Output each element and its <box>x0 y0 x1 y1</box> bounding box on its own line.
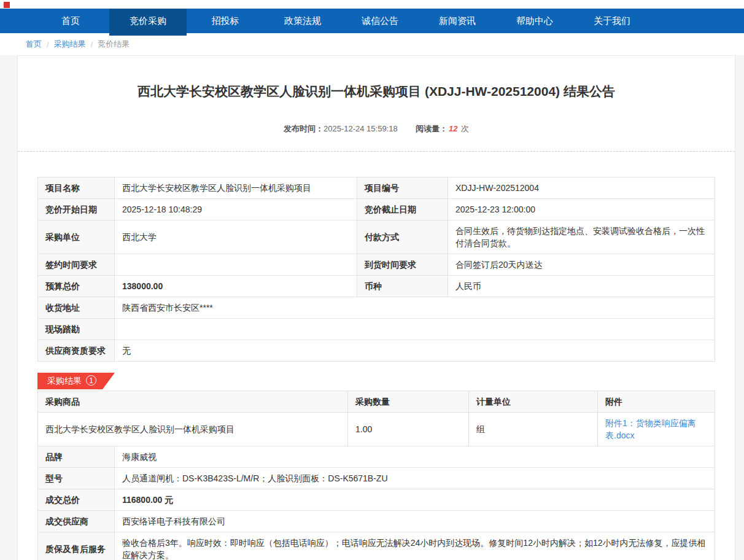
info-label: 到货时间要求 <box>357 254 448 276</box>
nav-item-bidding-purchase[interactable]: 竞价采购 <box>109 9 187 36</box>
main-content: 西北大学长安校区教学区人脸识别一体机采购项目 (XDJJ-HW-20251200… <box>0 55 744 560</box>
table-row: 签约时间要求 到货时间要求 合同签订后20天内送达 <box>38 254 715 276</box>
info-label: 项目名称 <box>38 177 115 199</box>
info-label: 项目编号 <box>357 177 448 199</box>
table-row: 供应商资质要求 无 <box>38 340 715 362</box>
table-header-row: 采购商品 采购数量 计量单位 附件 <box>38 391 715 413</box>
nav-item-integrity-notices[interactable]: 诚信公告 <box>341 9 419 33</box>
info-value <box>115 254 357 276</box>
breadcrumb-section-link[interactable]: 采购结果 <box>54 39 86 50</box>
info-value: 合同签订后20天内送达 <box>448 254 715 276</box>
commodity-table: 采购商品 采购数量 计量单位 附件 西北大学长安校区教学区人脸识别一体机采购项目… <box>37 391 715 446</box>
breadcrumb-home-link[interactable]: 首页 <box>26 39 42 50</box>
purchase-result-badge: 采购结果1 <box>37 373 115 389</box>
column-header: 计量单位 <box>469 391 598 413</box>
main-nav: 首页 竞价采购 招投标 政策法规 诚信公告 新闻资讯 帮助中心 关于我们 <box>0 9 744 33</box>
breadcrumb-current: 竞价结果 <box>98 39 130 50</box>
table-row: 成交总价 116800.00 元 <box>38 489 715 511</box>
breadcrumb-separator: / <box>47 40 49 49</box>
badge-row: 采购结果1 <box>37 373 715 389</box>
table-row: 项目名称 西北大学长安校区教学区人脸识别一体机采购项目 项目编号 XDJJ-HW… <box>38 177 715 199</box>
detail-label: 成交供应商 <box>38 511 115 532</box>
info-value <box>115 319 715 340</box>
column-header: 采购商品 <box>38 391 348 413</box>
info-label: 采购单位 <box>38 220 115 254</box>
commodity-quantity: 1.00 <box>348 413 469 446</box>
dashed-divider <box>18 151 735 152</box>
tables-area: 项目名称 西北大学长安校区教学区人脸识别一体机采购项目 项目编号 XDJJ-HW… <box>18 177 735 560</box>
column-header: 采购数量 <box>348 391 469 413</box>
info-value: 西北大学 <box>115 220 357 254</box>
top-strip <box>0 0 744 9</box>
column-header: 附件 <box>598 391 715 413</box>
purchase-result-count: 1 <box>86 375 96 386</box>
purchase-result-badge-label: 采购结果 <box>47 376 82 386</box>
commodity-unit: 组 <box>469 413 598 446</box>
views-unit: 次 <box>461 124 469 133</box>
site-logo-mark <box>4 2 10 8</box>
info-label: 供应商资质要求 <box>38 340 115 362</box>
info-label: 现场踏勘 <box>38 319 115 340</box>
detail-label: 型号 <box>38 468 115 489</box>
table-row: 西北大学长安校区教学区人脸识别一体机采购项目 1.00 组 附件1：货物类响应偏… <box>38 413 715 446</box>
detail-label: 品牌 <box>38 446 115 468</box>
info-label: 收货地址 <box>38 297 115 319</box>
nav-item-policies[interactable]: 政策法规 <box>264 9 341 33</box>
info-label: 竞价开始日期 <box>38 199 115 220</box>
table-row: 竞价开始日期 2025-12-18 10:48:29 竞价截止日期 2025-1… <box>38 199 715 220</box>
warranty-value: 验收合格后3年。响应时效：即时响应（包括电话响应）；电话响应无法解决24小时内到… <box>115 532 715 560</box>
breadcrumb-separator: / <box>91 40 93 49</box>
info-label: 签约时间要求 <box>38 254 115 276</box>
table-row: 品牌 海康威视 <box>38 446 715 468</box>
info-label: 币种 <box>357 276 448 297</box>
table-row: 现场踏勘 <box>38 319 715 340</box>
table-row: 成交供应商 西安络译电子科技有限公司 <box>38 511 715 532</box>
info-value: 2025-12-23 12:00:00 <box>448 199 715 220</box>
views-label: 阅读量： <box>416 124 448 133</box>
info-value: 陕西省西安市长安区**** <box>115 297 715 319</box>
table-row: 采购单位 西北大学 付款方式 合同生效后，待货物到达指定地点、安装调试验收合格后… <box>38 220 715 254</box>
info-label: 付款方式 <box>357 220 448 254</box>
title-block: 西北大学长安校区教学区人脸识别一体机采购项目 (XDJJ-HW-20251200… <box>18 56 735 152</box>
deal-total-price-value: 116800.00 元 <box>115 489 715 511</box>
table-row: 型号 人员通道闸机：DS-K3B423S-L/M/R；人脸识别面板：DS-K56… <box>38 468 715 489</box>
views-count: 12 <box>449 124 457 133</box>
announcement-card: 西北大学长安校区教学区人脸识别一体机采购项目 (XDJJ-HW-20251200… <box>17 55 735 560</box>
nav-item-tenders[interactable]: 招投标 <box>187 9 264 33</box>
supplier-value: 西安络译电子科技有限公司 <box>115 511 715 532</box>
publish-meta: 发布时间：2025-12-24 15:59:18 阅读量：12 次 <box>18 123 735 134</box>
attachment-link[interactable]: 附件1：货物类响应偏离表.docx <box>605 417 707 441</box>
info-value: 西北大学长安校区教学区人脸识别一体机采购项目 <box>115 177 357 199</box>
breadcrumb: 首页 / 采购结果 / 竞价结果 <box>0 33 744 55</box>
info-value: 2025-12-18 10:48:29 <box>115 199 357 220</box>
info-value: 合同生效后，待货物到达指定地点、安装调试验收合格后，一次性付清合同货款。 <box>448 220 715 254</box>
detail-label: 成交总价 <box>38 489 115 511</box>
publish-time-label: 发布时间： <box>284 124 324 133</box>
detail-label: 质保及售后服务 <box>38 532 115 560</box>
page-title: 西北大学长安校区教学区人脸识别一体机采购项目 (XDJJ-HW-20251200… <box>18 83 735 100</box>
nav-item-help-center[interactable]: 帮助中心 <box>496 9 573 33</box>
nav-item-about-us[interactable]: 关于我们 <box>573 9 651 33</box>
budget-total-value: 138000.00 <box>115 276 357 297</box>
info-value: 无 <box>115 340 715 362</box>
info-value: XDJJ-HW-202512004 <box>448 177 715 199</box>
publish-time-value: 2025-12-24 15:59:18 <box>324 124 398 133</box>
info-label: 预算总价 <box>38 276 115 297</box>
result-detail-table: 品牌 海康威视 型号 人员通道闸机：DS-K3B423S-L/M/R；人脸识别面… <box>37 446 715 560</box>
commodity-name: 西北大学长安校区教学区人脸识别一体机采购项目 <box>38 413 348 446</box>
info-value: 人民币 <box>448 276 715 297</box>
table-row: 收货地址 陕西省西安市长安区**** <box>38 297 715 319</box>
info-label: 竞价截止日期 <box>357 199 448 220</box>
table-row: 预算总价 138000.00 币种 人民币 <box>38 276 715 297</box>
table-row: 质保及售后服务 验收合格后3年。响应时效：即时响应（包括电话响应）；电话响应无法… <box>38 532 715 560</box>
project-info-table: 项目名称 西北大学长安校区教学区人脸识别一体机采购项目 项目编号 XDJJ-HW… <box>37 177 715 362</box>
model-value: 人员通道闸机：DS-K3B423S-L/M/R；人脸识别面板：DS-K5671B… <box>115 468 715 489</box>
brand-value: 海康威视 <box>115 446 715 468</box>
nav-item-news[interactable]: 新闻资讯 <box>419 9 496 33</box>
nav-item-home[interactable]: 首页 <box>32 9 109 33</box>
